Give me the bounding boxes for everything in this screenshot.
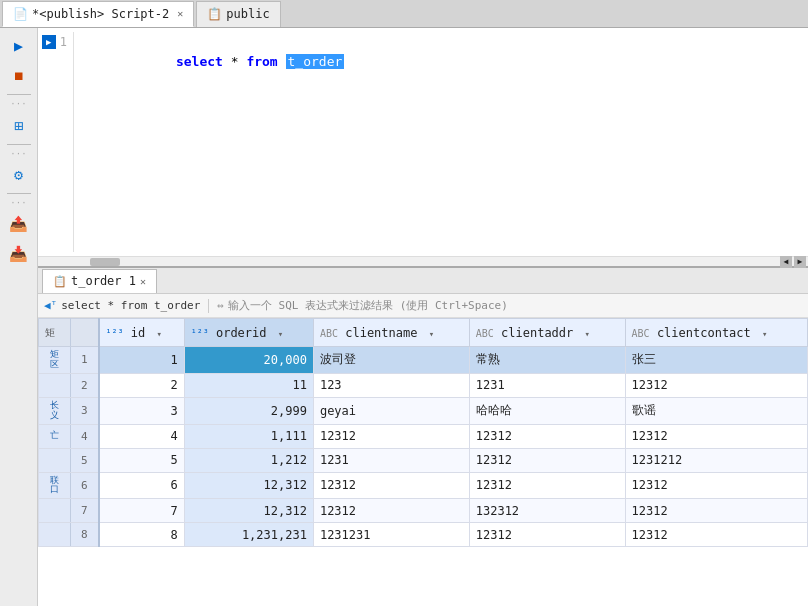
row-num-6: 6	[71, 472, 99, 499]
cell-orderid-1: 20,000	[184, 347, 313, 374]
main-container: ▶ ⏹ ··· ⊞ ··· ⚙ ··· 📤 📥 ▶ 1	[0, 28, 808, 606]
cell-clientaddr-1: 常熟	[469, 347, 625, 374]
col-name-clientname: clientname	[345, 326, 417, 340]
scroll-left-icon[interactable]: ◀	[780, 256, 792, 268]
col-name-orderid: orderid	[216, 326, 267, 340]
col-type-clientaddr: ABC	[476, 328, 494, 339]
cell-clientcontact-1: 张三	[625, 347, 807, 374]
row-icons-header: 矩	[39, 319, 71, 347]
sidebar-divider-3	[7, 193, 31, 194]
cell-orderid-7: 12,312	[184, 499, 313, 523]
col-sort-orderid[interactable]: ▾	[278, 329, 283, 339]
table-name: t_order	[286, 54, 345, 69]
export-icon[interactable]: 📤	[4, 210, 34, 238]
cell-id-2: 2	[99, 373, 185, 397]
cell-clientname-8: 1231231	[313, 523, 469, 547]
cell-clientcontact-7: 12312	[625, 499, 807, 523]
settings-icon[interactable]: ⚙	[4, 161, 34, 189]
cell-id-3: 3	[99, 397, 185, 424]
row-num-3: 3	[71, 397, 99, 424]
table-row[interactable]: 2211123123112312	[39, 373, 808, 397]
table-row[interactable]: 7712,3121231213231212312	[39, 499, 808, 523]
tab-script-2-close[interactable]: ✕	[177, 8, 183, 19]
col-header-clientcontact[interactable]: ABC clientcontact ▾	[625, 319, 807, 347]
table-row[interactable]: 亡441,111123121231212312	[39, 424, 808, 448]
kw-from: from	[246, 54, 277, 69]
col-header-clientaddr[interactable]: ABC clientaddr ▾	[469, 319, 625, 347]
sql-editor: ▶ 1 select * from t_order ◀ ▶	[38, 28, 808, 268]
col-header-orderid[interactable]: ¹²³ orderid ▾	[184, 319, 313, 347]
filter-placeholder[interactable]: 输入一个 SQL 表达式来过滤结果 (使用 Ctrl+Space)	[228, 298, 802, 313]
sql-bar-query: select * from t_order	[61, 299, 200, 312]
op-space	[278, 54, 286, 69]
cell-clientaddr-7: 132312	[469, 499, 625, 523]
cell-id-1: 1	[99, 347, 185, 374]
row-icon-cell-2	[39, 373, 71, 397]
cell-orderid-4: 1,111	[184, 424, 313, 448]
sidebar-divider-2	[7, 144, 31, 145]
result-tab-label: t_order 1	[71, 274, 136, 288]
col-sort-clientcontact[interactable]: ▾	[762, 329, 767, 339]
cell-id-5: 5	[99, 448, 185, 472]
table-row[interactable]: 矩区1120,000波司登常熟张三	[39, 347, 808, 374]
table-row[interactable]: 551,2121231123121231212	[39, 448, 808, 472]
col-sort-id[interactable]: ▾	[156, 329, 161, 339]
table-row[interactable]: 联口6612,312123121231212312	[39, 472, 808, 499]
sql-bar-query-icon: ◀ᵀ	[44, 299, 57, 312]
row-icon-cell-8	[39, 523, 71, 547]
cell-clientname-3: geyai	[313, 397, 469, 424]
script-tab-icon: 📄	[13, 7, 28, 21]
cell-clientaddr-8: 12312	[469, 523, 625, 547]
code-line-1: select * from t_order	[82, 32, 800, 52]
filter-icon: ⇔	[217, 299, 224, 312]
row-icon-cell-7	[39, 499, 71, 523]
code-content[interactable]: select * from t_order	[74, 32, 808, 252]
col-type-clientname: ABC	[320, 328, 338, 339]
cell-clientaddr-6: 12312	[469, 472, 625, 499]
col-sort-clientaddr[interactable]: ▾	[585, 329, 590, 339]
tab-script-2[interactable]: 📄 *<publish> Script-2 ✕	[2, 1, 194, 27]
scroll-right-icon[interactable]: ▶	[794, 256, 806, 268]
result-tab-t-order[interactable]: 📋 t_order 1 ✕	[42, 269, 157, 293]
table-row[interactable]: 881,231,23112312311231212312	[39, 523, 808, 547]
tab-bar: 📄 *<publish> Script-2 ✕ 📋 public	[0, 0, 808, 28]
cell-clientaddr-2: 1231	[469, 373, 625, 397]
row-icon-cell-1: 矩区	[39, 347, 71, 374]
run-icon[interactable]: ▶	[4, 32, 34, 60]
data-grid[interactable]: 矩 ¹²³ id ▾ ¹²³ orderid	[38, 318, 808, 606]
scroll-arrows: ◀ ▶	[780, 256, 806, 268]
tab-public-label: public	[226, 7, 269, 21]
result-tab-close[interactable]: ✕	[140, 276, 146, 287]
row-num-1: 1	[71, 347, 99, 374]
grid-body: 矩区1120,000波司登常熟张三2211123123112312长义332,9…	[39, 347, 808, 547]
cell-clientcontact-3: 歌谣	[625, 397, 807, 424]
cell-clientaddr-3: 哈哈哈	[469, 397, 625, 424]
cell-orderid-6: 12,312	[184, 472, 313, 499]
row-num-header	[71, 319, 99, 347]
cell-clientname-4: 12312	[313, 424, 469, 448]
row-num-2: 2	[71, 373, 99, 397]
sidebar-dots-2: ···	[10, 149, 26, 159]
col-type-clientcontact: ABC	[632, 328, 650, 339]
col-header-id[interactable]: ¹²³ id ▾	[99, 319, 185, 347]
line-1-num: 1	[60, 32, 67, 52]
editor-scrollbar[interactable]: ◀ ▶	[38, 256, 808, 266]
import-icon[interactable]: 📥	[4, 240, 34, 268]
cell-id-8: 8	[99, 523, 185, 547]
tab-script-2-label: *<publish> Script-2	[32, 7, 169, 21]
table-row[interactable]: 长义332,999geyai哈哈哈歌谣	[39, 397, 808, 424]
col-header-clientname[interactable]: ABC clientname ▾	[313, 319, 469, 347]
cell-clientaddr-4: 12312	[469, 424, 625, 448]
cell-clientcontact-5: 1231212	[625, 448, 807, 472]
col-name-id: id	[131, 326, 145, 340]
stop-icon[interactable]: ⏹	[4, 62, 34, 90]
scroll-thumb-h[interactable]	[90, 258, 120, 266]
grid-view-icon[interactable]: ⊞	[4, 112, 34, 140]
row-num-4: 4	[71, 424, 99, 448]
grid-table: 矩 ¹²³ id ▾ ¹²³ orderid	[38, 318, 808, 547]
tab-public[interactable]: 📋 public	[196, 1, 280, 27]
result-tab-bar: 📋 t_order 1 ✕	[38, 268, 808, 294]
result-tab-icon: 📋	[53, 275, 67, 288]
cell-clientname-5: 1231	[313, 448, 469, 472]
col-sort-clientname[interactable]: ▾	[429, 329, 434, 339]
